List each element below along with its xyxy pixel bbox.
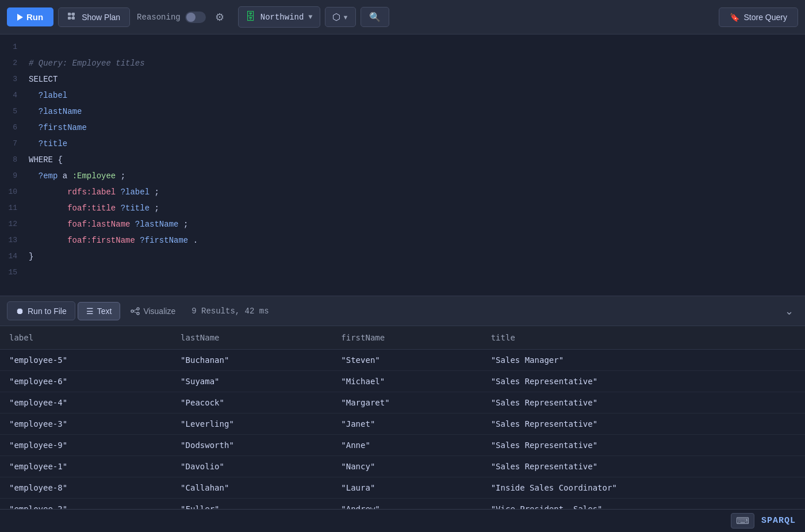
table-cell: "Sales Representative" [482,414,805,435]
search-icon: 🔍 [369,12,381,22]
table-cell: "employee-3" [0,414,171,435]
visualize-button[interactable]: Visualize [122,303,183,320]
keyboard-button[interactable]: ⌨ [731,513,754,529]
table-cell: "Laura" [332,477,481,499]
table-cell: "Sales Representative" [482,435,805,456]
table-cell: "employee-5" [0,350,171,371]
table-cell: "Suyama" [171,371,332,392]
bookmark-icon: 🔖 [730,13,739,22]
status-bar: ⌨ SPARQL [0,509,805,532]
editor-line: 11 foaf:title ?title ; [0,200,805,216]
show-plan-icon [68,13,78,22]
editor-line: 13 foaf:firstName ?firstName . [0,232,805,248]
reasoning-group: Reasoning [137,12,206,23]
show-plan-button[interactable]: Show Plan [58,7,130,27]
settings-button[interactable]: ⚙ [210,9,229,26]
run-to-file-button[interactable]: ⏺ Run to File [7,301,75,320]
table-cell: "Vice President, Sales" [482,499,805,510]
svg-line-11 [133,311,137,312]
run-to-file-icon: ⏺ [16,306,24,316]
svg-point-8 [137,308,139,310]
table-cell: "Nancy" [332,456,481,477]
table-cell: "Sales Representative" [482,392,805,414]
visualize-label: Visualize [143,307,175,316]
db-name: Northwind [260,13,304,22]
table-row: "employee-5""Buchanan""Steven""Sales Man… [0,350,805,371]
results-toolbar: ⏺ Run to File ☰ Text Visualize 9 Results… [0,296,805,326]
editor-line: 15 [0,265,805,281]
store-query-button[interactable]: 🔖 Store Query [719,7,798,27]
svg-rect-3 [72,17,75,20]
db-icon: 🗄 [246,11,256,23]
editor-line: 5 ?lastName [0,104,805,120]
table-cell: "Sales Representative" [482,456,805,477]
svg-rect-2 [68,17,71,20]
table-cell: "employee-8" [0,477,171,499]
store-query-label: Store Query [744,13,787,22]
table-cell: "Michael" [332,371,481,392]
table-row: "employee-2""Fuller""Andrew""Vice Presid… [0,499,805,510]
table-cell: "Andrew" [332,499,481,510]
table-cell: "Janet" [332,414,481,435]
table-cell: "Anne" [332,435,481,456]
results-count: 9 Results, 42 ms [191,307,269,316]
table-header-row: label lastName firstName title [0,326,805,350]
table-cell: "Margaret" [332,392,481,414]
table-cell: "employee-1" [0,456,171,477]
table-row: "employee-4""Peacock""Margaret""Sales Re… [0,392,805,414]
col-header-title: title [482,326,805,350]
table-cell: "Buchanan" [171,350,332,371]
reasoning-label: Reasoning [137,13,181,22]
layers-chevron-icon: ▼ [343,14,349,21]
toggle-thumb [186,13,195,22]
run-button[interactable]: Run [7,7,53,26]
run-to-file-label: Run to File [28,307,67,316]
reasoning-toggle[interactable] [185,12,206,23]
table-row: "employee-9""Dodsworth""Anne""Sales Repr… [0,435,805,456]
visualize-icon [131,307,140,316]
expand-button[interactable]: ⌄ [780,303,798,320]
editor-area[interactable]: 1 2 # Query: Employee titles 3 SELECT 4 … [0,35,805,296]
run-label: Run [26,12,43,22]
table-cell: "Inside Sales Coordinator" [482,477,805,499]
editor-line: 8 WHERE { [0,152,805,168]
editor-line: 14 } [0,248,805,265]
svg-line-10 [133,309,137,310]
table-cell: "Callahan" [171,477,332,499]
col-header-firstname: firstName [332,326,481,350]
table-row: "employee-3""Leverling""Janet""Sales Rep… [0,414,805,435]
table-row: "employee-1""Davolio""Nancy""Sales Repre… [0,456,805,477]
table-cell: "Steven" [332,350,481,371]
table-cell: "Fuller" [171,499,332,510]
layers-button[interactable]: ⬡ ▼ [325,7,356,27]
table-cell: "Peacock" [171,392,332,414]
col-header-label: label [0,326,171,350]
table-row: "employee-8""Callahan""Laura""Inside Sal… [0,477,805,499]
table-row: "employee-6""Suyama""Michael""Sales Repr… [0,371,805,392]
editor-line: 4 ?label [0,87,805,104]
editor-line: 12 foaf:lastName ?lastName ; [0,216,805,232]
play-icon [17,14,23,21]
table-cell: "Davolio" [171,456,332,477]
search-button[interactable]: 🔍 [361,7,389,27]
svg-point-7 [131,310,133,312]
text-icon: ☰ [86,307,94,316]
svg-rect-1 [72,13,75,16]
editor-line: 2 # Query: Employee titles [0,55,805,71]
table-cell: "employee-9" [0,435,171,456]
table-cell: "Leverling" [171,414,332,435]
editor-line: 7 ?title [0,136,805,152]
results-table[interactable]: label lastName firstName title "employee… [0,326,805,509]
table-cell: "Sales Manager" [482,350,805,371]
chevron-down-icon: ▼ [308,13,312,21]
text-view-button[interactable]: ☰ Text [78,302,121,320]
svg-rect-0 [68,13,71,16]
db-selector[interactable]: 🗄 Northwind ▼ [238,6,320,28]
sparql-label: SPARQL [761,516,796,526]
col-header-lastname: lastName [171,326,332,350]
editor-line: 10 rdfs:label ?label ; [0,184,805,200]
editor-line: 6 ?firstName [0,120,805,136]
table-cell: "employee-2" [0,499,171,510]
layers-icon: ⬡ [332,12,340,22]
svg-point-9 [137,312,139,315]
